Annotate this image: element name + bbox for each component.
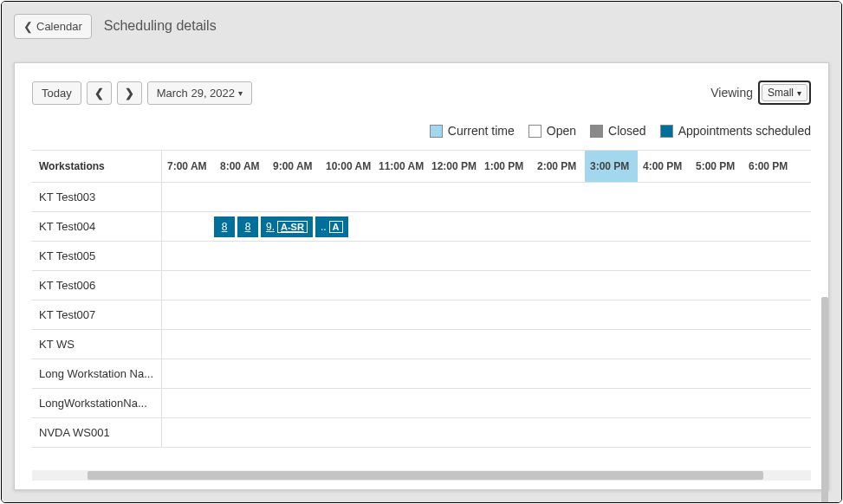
appointment-block[interactable]: 8 [214,216,235,237]
legend-open: Open [547,124,576,138]
workstation-name: Long Workstation Na... [32,359,162,388]
page-title: Scheduling details [104,18,217,34]
schedule-lane[interactable] [162,183,811,211]
legend: Current time Open Closed Appointments sc… [32,124,811,138]
time-header-cell: 3:00 PM [585,151,638,182]
back-label: Calendar [36,20,82,33]
workstation-row: KT Test005 [32,242,811,271]
schedule-area: Workstations 7:00 AM8:00 AM9:00 AM10:00 … [32,150,811,481]
appointment-label: .. [321,221,327,233]
schedule-lane[interactable]: 889.A-SR..A [162,212,811,241]
time-header-cell: 10:00 AM [321,151,373,182]
time-header-cell: 2:00 PM [532,151,585,182]
vertical-scrollbar[interactable] [821,297,828,503]
date-nav: Today ❮ ❯ March 29, 2022 ▾ [32,81,252,105]
workstation-row: KT Test003 [32,183,811,212]
workstation-name: KT Test003 [32,183,162,211]
workstation-row: NVDA WS001 [32,418,811,448]
appointment-block[interactable]: ..A [315,216,348,237]
next-day-button[interactable]: ❯ [117,81,142,105]
time-header-cell: 5:00 PM [691,151,743,182]
schedule-lane[interactable] [162,389,811,417]
swatch-current-time [430,125,443,138]
today-button[interactable]: Today [32,81,81,105]
size-value: Small [768,87,794,99]
chevron-left-icon: ❮ [23,21,33,32]
schedule-lane[interactable] [162,330,811,359]
time-header-cell: 11:00 AM [373,151,426,182]
workstation-name: LongWorkstationNa... [32,389,162,417]
workstation-row: KT Test007 [32,300,811,330]
schedule-lane[interactable] [162,418,811,447]
chevron-down-icon: ▾ [797,88,801,98]
swatch-open [528,125,541,138]
schedule-lane[interactable] [162,242,811,270]
workstation-row: KT WS [32,330,811,359]
workstation-row: Long Workstation Na... [32,359,811,389]
schedule-header: Workstations 7:00 AM8:00 AM9:00 AM10:00 … [32,150,811,183]
legend-closed: Closed [608,124,646,138]
appointment-box: A [329,221,343,233]
time-header-cell: 4:00 PM [638,151,691,182]
appointment-box: A-SR [277,221,308,233]
workstation-name: NVDA WS001 [32,418,162,447]
chevron-right-icon: ❯ [125,87,134,100]
swatch-appointments [660,125,673,138]
schedule-body[interactable]: KT Test003KT Test004889.A-SR..AKT Test00… [32,183,811,470]
workstations-header: Workstations [32,151,162,182]
top-bar: ❮ Calendar Scheduling details [2,2,841,50]
chevron-down-icon: ▾ [238,88,243,98]
workstation-row: KT Test004889.A-SR..A [32,212,811,242]
date-label: March 29, 2022 [157,87,235,100]
schedule-lane[interactable] [162,300,811,329]
appointment-block[interactable]: 8 [237,216,258,237]
appointment-block[interactable]: 9.A-SR [261,216,313,237]
workstation-row: KT Test006 [32,271,811,300]
back-calendar-button[interactable]: ❮ Calendar [14,14,92,39]
prev-day-button[interactable]: ❮ [87,81,112,105]
appointment-label: 9. [266,221,275,233]
swatch-closed [590,125,603,138]
appointment-label: 8 [245,221,251,233]
legend-current-time: Current time [448,124,515,138]
time-header-cell: 7:00 AM [162,151,215,182]
workstation-name: KT Test005 [32,242,162,270]
schedule-panel: Today ❮ ❯ March 29, 2022 ▾ Viewing [14,62,829,490]
workstation-name: KT Test006 [32,271,162,300]
schedule-lane[interactable] [162,359,811,388]
time-header-cell: 1:00 PM [479,151,532,182]
workstation-row: LongWorkstationNa... [32,389,811,418]
workstation-name: KT WS [32,330,162,359]
time-header-cell: 6:00 PM [743,151,796,182]
schedule-lane[interactable] [162,271,811,300]
appointment-label: 8 [222,221,228,233]
legend-appointments: Appointments scheduled [678,124,811,138]
time-header-cell: 12:00 PM [426,151,479,182]
viewing-label: Viewing [710,86,753,100]
workstation-name: KT Test007 [32,300,162,329]
horizontal-scrollbar[interactable] [32,470,811,481]
workstation-name: KT Test004 [32,212,162,241]
scroll-thumb[interactable] [88,471,763,480]
size-select[interactable]: Small ▾ [758,81,811,105]
date-picker-button[interactable]: March 29, 2022 ▾ [147,81,252,105]
time-header-cell: 9:00 AM [268,151,321,182]
time-header-cell: 8:00 AM [215,151,268,182]
chevron-left-icon: ❮ [94,87,104,100]
